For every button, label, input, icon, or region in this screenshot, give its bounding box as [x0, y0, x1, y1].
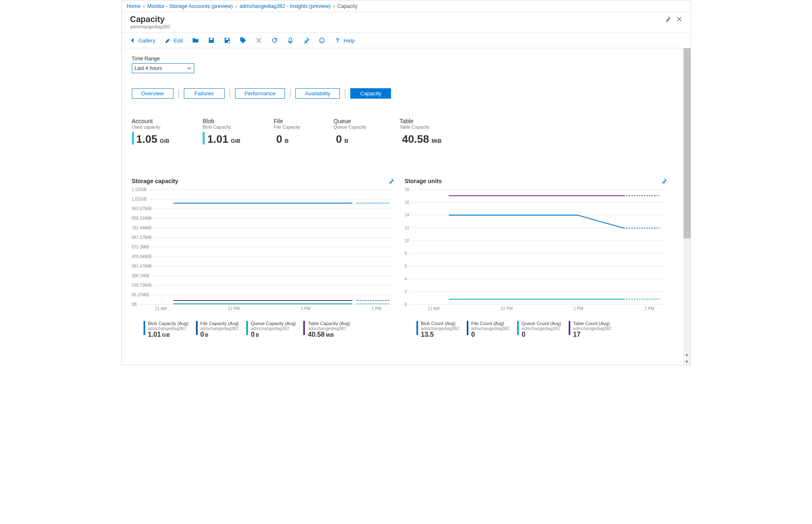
time-range-select[interactable]: Last 4 hours — [132, 63, 194, 73]
legend-item[interactable]: Blob Capacity (Avg)admchangediag3821.01 … — [144, 321, 188, 338]
time-range-label: Time Range — [132, 56, 673, 62]
svg-point-3 — [322, 39, 323, 40]
chart-plot: 024681012141618 — [405, 189, 667, 310]
legend-item[interactable]: Table Capacity (Avg)admchangediag38240.5… — [303, 321, 350, 338]
close-icon[interactable] — [676, 16, 682, 22]
scrollbar-thumb[interactable] — [683, 48, 691, 238]
legend-swatch — [467, 321, 468, 335]
svg-point-2 — [321, 39, 322, 40]
svg-point-0 — [228, 41, 230, 43]
tab-capacity[interactable]: Capacity — [350, 88, 391, 99]
legend-item[interactable]: File Capacity (Avg)admchangediag3820 B — [196, 321, 239, 338]
x-axis: 11 AM 12 PM 1 PM 2 PM — [153, 306, 394, 311]
pin-icon[interactable] — [665, 16, 671, 22]
legend-swatch — [196, 321, 198, 335]
page-subtitle: admchangediag382 — [130, 24, 171, 29]
page-title: Capacity — [130, 15, 171, 24]
scroll-down-icon[interactable]: ▼ — [683, 358, 691, 365]
breadcrumb-insights[interactable]: admchangediag382 - Insights (preview) — [240, 3, 331, 9]
chart-legend: Blob Count (Avg)admchangediag38213.5 Fil… — [405, 321, 667, 338]
chart-plot: 0B95.37MiB190.73MiB286.1MiB381.47MiB476.… — [132, 189, 394, 310]
chart-storage-units: Storage units 024681012141618 — [405, 178, 667, 338]
metric-account: Account Used capacity 1.05 GiB — [132, 118, 170, 144]
legend-item[interactable]: Queue Capacity (Avg)admchangediag3820 B — [246, 321, 296, 338]
svg-text:?: ? — [336, 37, 339, 44]
metric-queue: Queue Queue Capacity 0 B — [334, 118, 366, 144]
scroll-up-icon[interactable]: ▲ — [683, 351, 691, 358]
tab-availability[interactable]: Availability — [295, 88, 340, 99]
x-axis: 11 AM 12 PM 1 PM 2 PM — [426, 306, 667, 311]
chart-storage-capacity: Storage capacity 0B95.37MiB190.73MiB286.… — [132, 178, 394, 338]
arrow-left-icon — [129, 37, 136, 44]
edit-button[interactable]: Edit — [165, 37, 183, 44]
smile-icon[interactable] — [319, 37, 325, 44]
save-as-icon[interactable] — [224, 37, 230, 44]
tab-overview[interactable]: Overview — [132, 88, 173, 99]
folder-icon[interactable] — [192, 37, 199, 44]
metric-bar — [132, 132, 134, 144]
legend-item[interactable]: Blob Count (Avg)admchangediag38213.5 — [416, 321, 459, 338]
pin-icon[interactable] — [388, 178, 394, 184]
insight-tabs: Overview Failures Performance Availabili… — [132, 88, 673, 99]
metric-bar — [203, 132, 205, 144]
legend-item[interactable]: Queue Count (Avg)admchangediag3820 — [517, 321, 561, 338]
save-icon[interactable] — [208, 37, 215, 44]
legend-swatch — [569, 321, 570, 335]
breadcrumb-sep: › — [235, 3, 237, 9]
pin-icon[interactable] — [661, 178, 667, 184]
alert-icon[interactable] — [287, 37, 294, 44]
legend-swatch — [517, 321, 519, 335]
chart-legend: Blob Capacity (Avg)admchangediag3821.01 … — [132, 321, 394, 338]
legend-swatch — [246, 321, 248, 335]
question-icon: ? — [334, 37, 341, 44]
vertical-scrollbar[interactable]: ▲ ▼ — [683, 48, 691, 365]
svg-point-1 — [319, 38, 324, 43]
legend-swatch — [416, 321, 418, 335]
metric-table: Table Table Capacity 40.58 MiB — [399, 118, 441, 144]
breadcrumb-home[interactable]: Home — [127, 3, 141, 9]
breadcrumb-sep: › — [143, 3, 145, 9]
pencil-icon — [165, 37, 171, 44]
metric-file: File File Capacity 0 B — [274, 118, 300, 144]
legend-item[interactable]: Table Count (Avg)admchangediag38217 — [569, 321, 611, 338]
legend-swatch — [303, 321, 305, 335]
chevron-down-icon — [187, 66, 191, 70]
pin-icon[interactable] — [303, 37, 309, 44]
help-button[interactable]: ? Help — [334, 37, 355, 44]
refresh-icon[interactable] — [271, 37, 278, 44]
summary-metrics: Account Used capacity 1.05 GiB Blob Blob… — [132, 118, 673, 144]
metric-blob: Blob Blob Capacity 1.01 GiB — [203, 118, 240, 144]
gallery-button[interactable]: Gallery — [129, 37, 156, 44]
legend-item[interactable]: File Count (Avg)admchangediag3820 — [467, 321, 510, 338]
breadcrumb: Home › Monitor - Storage Accounts (previ… — [122, 0, 691, 12]
tab-performance[interactable]: Performance — [235, 88, 285, 99]
tag-icon[interactable] — [240, 37, 246, 44]
toolbar: Gallery Edit ? Help — [122, 32, 691, 48]
legend-swatch — [144, 321, 145, 335]
breadcrumb-sep: › — [333, 3, 335, 9]
tab-failures[interactable]: Failures — [184, 88, 225, 99]
breadcrumb-monitor[interactable]: Monitor - Storage Accounts (preview) — [147, 3, 233, 9]
breadcrumb-current: Capacity — [337, 3, 358, 9]
chart-title: Storage capacity — [132, 178, 178, 184]
chart-title: Storage units — [405, 178, 442, 184]
delete-icon[interactable] — [255, 37, 262, 44]
